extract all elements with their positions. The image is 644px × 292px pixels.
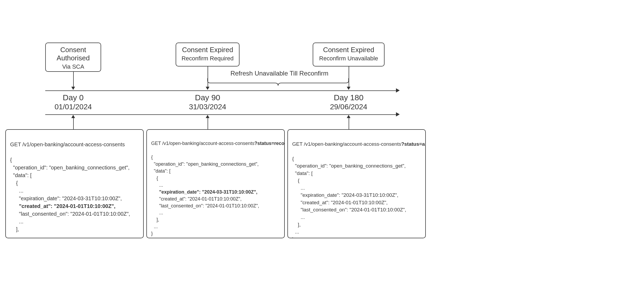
- code-line: ],: [292, 222, 301, 227]
- consent-box-expired-reconfirm-required: Consent Expired Reconfirm Required: [176, 43, 240, 66]
- code-line: ...: [10, 188, 23, 194]
- connector-line: [349, 66, 349, 87]
- code-line: "created_at": "2024-01-01T10:10:00Z",: [151, 196, 242, 202]
- text: Consent: [60, 46, 86, 54]
- code-line: ...: [292, 214, 305, 220]
- code-line: ...: [151, 224, 158, 229]
- arrow-down-icon: [71, 87, 75, 90]
- brace-note: Refresh Unavailable Till Reconfirm: [229, 70, 330, 77]
- connector-line: [73, 72, 74, 87]
- timeline-axis-top: [45, 90, 397, 91]
- arrow-right-icon: [396, 88, 400, 93]
- milestone-date-label: 31/03/2024: [185, 103, 230, 111]
- milestone-day-180: Day 180 29/06/2024: [326, 93, 371, 111]
- code-line: "last_consented_on": "2024-01-01T10:10:0…: [10, 211, 130, 217]
- code-line: {: [10, 180, 18, 186]
- code-line: {: [292, 156, 294, 161]
- endpoint-line: GET /v1/open-banking/account-access-cons…: [292, 141, 426, 147]
- code-line: {: [151, 176, 158, 181]
- consent-subtitle: Via SCA: [46, 63, 101, 70]
- consent-subtitle: Reconfirm Required: [176, 55, 239, 62]
- code-line: ...: [292, 185, 305, 191]
- milestone-date-label: 29/06/2024: [326, 103, 371, 111]
- code-line: ...: [292, 229, 299, 235]
- code-block-day-180: GET /v1/open-banking/account-access-cons…: [287, 129, 426, 238]
- endpoint-line: GET /v1/open-banking/account-access-cons…: [10, 141, 125, 147]
- milestone-day-90: Day 90 31/03/2024: [185, 93, 230, 111]
- milestone-day-0: Day 0 01/01/2024: [52, 93, 94, 111]
- milestone-date-label: 01/01/2024: [52, 103, 94, 111]
- diagram-canvas: Consent Authorised Via SCA Consent Expir…: [0, 0, 644, 292]
- code-line-bold: "expiration_date": "2024-03-31T10:10:00Z…: [151, 189, 257, 195]
- code-line: "operation_id": "open_banking_connection…: [292, 163, 406, 169]
- code-line: "data": [: [151, 168, 171, 174]
- consent-title: Consent Expired: [313, 46, 384, 54]
- code-block-day-0: GET /v1/open-banking/account-access-cons…: [5, 129, 144, 238]
- arrow-up-icon: [71, 115, 75, 118]
- timeline-axis-bottom: [45, 114, 397, 115]
- code-line: ...: [10, 234, 18, 238]
- code-line: ...: [151, 210, 163, 215]
- milestone-day-label: Day 180: [326, 93, 371, 102]
- arrow-up-icon: [347, 115, 350, 118]
- code-block-day-90: GET /v1/open-banking/account-access-cons…: [146, 129, 285, 238]
- code-line: "operation_id": "open_banking_connection…: [10, 165, 130, 170]
- connector-line: [208, 118, 208, 129]
- code-line: ],: [10, 226, 19, 232]
- arrow-down-icon: [206, 87, 209, 90]
- text: Authorised: [57, 54, 90, 62]
- code-line: {: [151, 155, 153, 160]
- curly-brace-icon: [208, 78, 349, 86]
- consent-title: Consent Expired: [176, 46, 239, 54]
- arrow-up-icon: [206, 115, 209, 118]
- code-line: "data": [: [10, 172, 32, 178]
- code-line: "created_at": "2024-01-01T10:10:00Z",: [292, 200, 388, 205]
- code-line: "operation_id": "open_banking_connection…: [151, 161, 259, 167]
- consent-box-authorised: Consent Authorised Via SCA: [45, 43, 101, 72]
- code-line: ],: [151, 217, 159, 222]
- code-line-bold: "created_at": "2024-01-01T10:10:00Z",: [10, 203, 115, 209]
- code-line: "expiration_date": "2024-03-31T10:10:00Z…: [292, 192, 398, 198]
- milestone-day-label: Day 90: [185, 93, 230, 102]
- code-line: "last_consented_on": "2024-01-01T10:10:0…: [292, 207, 406, 212]
- consent-title: Consent Authorised: [46, 46, 101, 62]
- consent-subtitle: Reconfirm Unavailable: [313, 55, 384, 62]
- milestone-day-label: Day 0: [52, 93, 94, 102]
- arrow-right-icon: [396, 112, 400, 116]
- code-line: {: [10, 157, 12, 163]
- connector-line: [349, 118, 349, 129]
- code-line: }: [292, 236, 294, 238]
- code-line: "expiration_date": "2024-03-31T10:10:00Z…: [10, 195, 122, 201]
- connector-line: [73, 118, 74, 129]
- code-line: "last_consented_on": "2024-01-01T10:10:0…: [151, 203, 259, 208]
- arrow-down-icon: [347, 87, 350, 90]
- code-line: {: [292, 178, 299, 183]
- code-line: ...: [151, 182, 163, 188]
- endpoint-line: GET /v1/open-banking/account-access-cons…: [151, 141, 285, 146]
- consent-box-expired-reconfirm-unavailable: Consent Expired Reconfirm Unavailable: [313, 43, 385, 66]
- code-line: "data": [: [292, 170, 313, 176]
- code-line: }: [151, 231, 153, 236]
- code-line: ...: [10, 219, 23, 224]
